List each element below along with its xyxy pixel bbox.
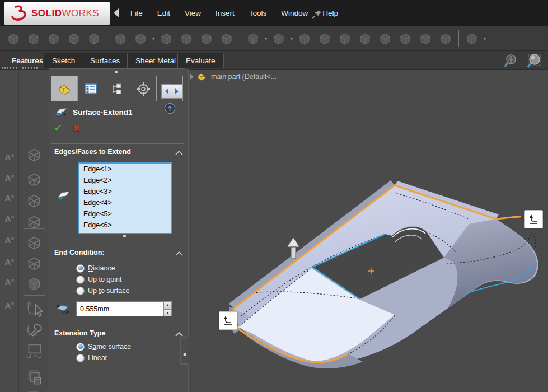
wireframe-view-icon[interactable]: [24, 144, 45, 166]
layer-back-icon[interactable]: [24, 388, 45, 392]
edge-list-item[interactable]: Edge<3>: [79, 186, 171, 197]
radio-up-to-point[interactable]: Up to point: [76, 275, 121, 284]
tab-sketch[interactable]: Sketch: [44, 53, 83, 68]
graphics-area[interactable]: main part (Default<...: [189, 69, 548, 392]
wrap-icon[interactable]: [356, 30, 374, 48]
collapse-chevron-icon[interactable]: [175, 332, 184, 337]
hidden-lines-visible-view-icon[interactable]: [24, 169, 45, 190]
radio-linear[interactable]: Linear: [76, 353, 107, 362]
dimxpert-manager-tab[interactable]: [130, 76, 157, 101]
shell-icon[interactable]: [336, 30, 354, 48]
edges-section-header[interactable]: Edges/Faces to Extend: [54, 148, 131, 156]
boundary-cut-icon[interactable]: [218, 30, 236, 48]
extend-callout-left-button[interactable]: [219, 311, 237, 330]
mirror-icon[interactable]: [396, 30, 414, 48]
customize-tool-icon[interactable]: [24, 320, 45, 341]
panel-grip-dot[interactable]: [115, 71, 118, 73]
lofted-cut-icon[interactable]: [198, 30, 216, 48]
swept-boss-icon[interactable]: [25, 30, 43, 48]
radio-same-surface[interactable]: Same surface: [76, 342, 131, 351]
swept-cut-icon[interactable]: [177, 30, 195, 48]
tree-expand-icon[interactable]: [190, 74, 194, 80]
radio-circle[interactable]: [76, 276, 85, 284]
tab-scroll-right-button[interactable]: [172, 85, 182, 98]
menu-view[interactable]: View: [177, 6, 208, 21]
pin-menu-icon[interactable]: [311, 7, 324, 20]
reference-geometry-dropdown-icon[interactable]: ▾: [482, 36, 488, 41]
reference-geometry-icon[interactable]: [463, 30, 481, 48]
tree-root-label[interactable]: main part (Default<...: [211, 73, 277, 81]
extruded-cut-icon[interactable]: [111, 30, 129, 48]
radio-circle[interactable]: [76, 354, 85, 362]
spline-boss-icon[interactable]: [45, 30, 63, 48]
ok-button[interactable]: ✔: [54, 122, 62, 134]
distance-input[interactable]: [76, 301, 163, 316]
tab-scroll-left-button[interactable]: [162, 85, 172, 98]
hidden-lines-removed-view-icon[interactable]: [24, 190, 45, 212]
fillet-dropdown-icon[interactable]: ▾: [263, 36, 269, 41]
menu-edit[interactable]: Edit: [150, 6, 177, 21]
tab-surfaces[interactable]: Surfaces: [82, 53, 128, 68]
perspective-view-icon[interactable]: [24, 253, 45, 274]
menu-insert[interactable]: Insert: [208, 6, 242, 21]
collapse-chevron-icon[interactable]: [175, 251, 184, 256]
radio-distance[interactable]: Distance: [76, 264, 115, 273]
configuration-manager-tab[interactable]: [104, 76, 130, 101]
intersect-icon[interactable]: [376, 30, 394, 48]
toggle-text-icon[interactable]: A°: [1, 231, 18, 248]
layer-front-icon[interactable]: [24, 367, 45, 388]
combine-icon[interactable]: [416, 30, 434, 48]
extend-callout-right-button[interactable]: [524, 210, 543, 228]
hole-wizard-dropdown-icon[interactable]: ▾: [151, 36, 156, 41]
draft-icon[interactable]: [316, 30, 334, 48]
list-resize-dot[interactable]: [123, 235, 126, 237]
magnifier-pan-icon[interactable]: [502, 53, 521, 69]
add-text-icon[interactable]: A°: [1, 210, 18, 227]
fillet-icon[interactable]: [244, 30, 262, 48]
menu-tools[interactable]: Tools: [242, 6, 274, 21]
edge-list-item[interactable]: Edge<5>: [79, 208, 171, 220]
collapse-chevron-icon[interactable]: [175, 150, 184, 156]
frame-text-icon[interactable]: A°: [1, 273, 18, 290]
shaded-edges-view-icon[interactable]: [24, 212, 45, 233]
format-text-icon[interactable]: A°: [1, 148, 18, 165]
magnifier-zoom-area-icon[interactable]: [524, 53, 543, 69]
edge-list-item[interactable]: Edge<2>: [79, 175, 171, 186]
text-settings-icon[interactable]: A°: [1, 297, 18, 314]
edges-listbox[interactable]: Edge<1> Edge<2> Edge<3> Edge<4> Edge<5> …: [78, 162, 172, 234]
linear-pattern-icon[interactable]: [270, 30, 288, 48]
boundary-boss-icon[interactable]: [85, 30, 103, 48]
help-button[interactable]: ?: [165, 103, 175, 114]
import-text-icon[interactable]: A°: [1, 189, 18, 206]
cancel-button[interactable]: ✖: [73, 123, 80, 134]
split-icon[interactable]: [437, 30, 455, 48]
edge-list-item[interactable]: Edge<1>: [79, 164, 171, 175]
spin-up-button[interactable]: ▲: [163, 301, 172, 309]
end-condition-header[interactable]: End Condition:: [54, 249, 105, 256]
section-view-icon[interactable]: [24, 273, 45, 295]
extension-type-header[interactable]: Extension Type: [54, 329, 105, 337]
edit-feature-icon[interactable]: [4, 30, 22, 48]
tab-sheet-metal[interactable]: Sheet Metal: [127, 53, 184, 68]
radio-circle[interactable]: [76, 343, 85, 351]
collapse-menu-icon[interactable]: [114, 8, 119, 17]
menu-window[interactable]: Window: [274, 6, 315, 21]
hole-wizard-icon[interactable]: [132, 30, 149, 48]
radio-circle[interactable]: [76, 264, 85, 273]
linear-pattern-dropdown-icon[interactable]: ▾: [289, 36, 294, 41]
rib-icon[interactable]: [296, 30, 313, 48]
edge-list-item[interactable]: Edge<6>: [79, 220, 171, 231]
feature-manager-tab[interactable]: [51, 76, 78, 101]
edit-text-icon[interactable]: A°: [1, 169, 18, 186]
note-text-icon[interactable]: A°: [1, 253, 18, 270]
lofted-boss-icon[interactable]: [65, 30, 83, 48]
shaded-view-icon[interactable]: [24, 232, 45, 254]
tab-evaluate[interactable]: Evaluate: [177, 53, 224, 68]
display-pane-icon[interactable]: [24, 339, 45, 361]
radio-up-to-surface[interactable]: Up to surface: [76, 286, 129, 295]
revolved-cut-icon[interactable]: [157, 30, 175, 48]
menu-file[interactable]: File: [123, 6, 150, 21]
edge-list-item[interactable]: Edge<4>: [79, 197, 171, 208]
spin-down-button[interactable]: ▼: [163, 309, 172, 317]
select-cursor-icon[interactable]: [24, 299, 45, 320]
